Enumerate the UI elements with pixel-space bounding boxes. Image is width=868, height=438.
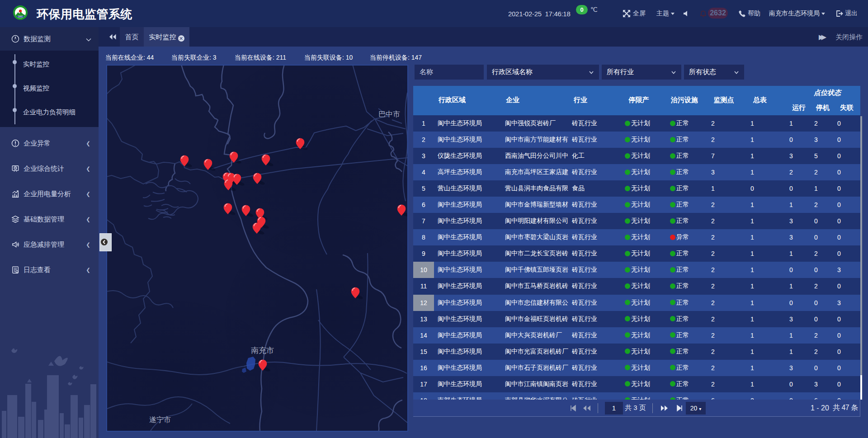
svg-text:遂宁市: 遂宁市 <box>149 416 171 424</box>
svg-text:巴中市: 巴中市 <box>378 110 400 118</box>
svg-text:南充市: 南充市 <box>251 346 274 355</box>
